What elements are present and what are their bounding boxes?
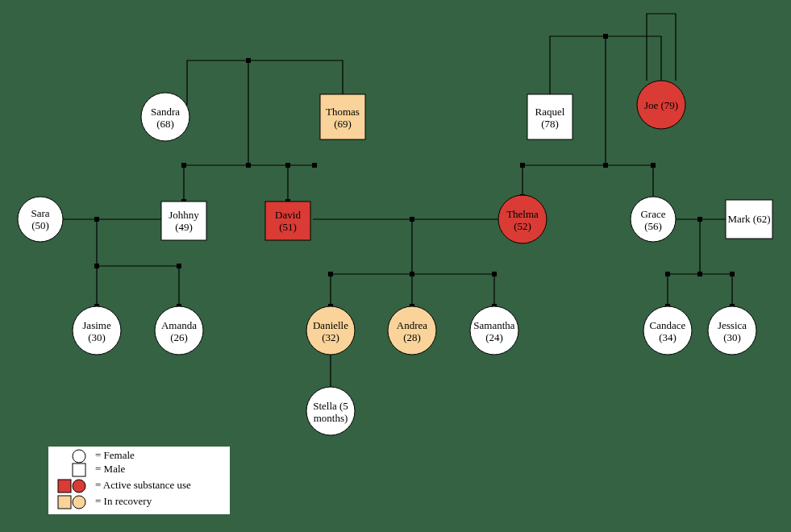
age-david: (51) [279, 221, 297, 233]
label-jessica: Jessica [718, 319, 747, 331]
node-david: David (51) [265, 202, 310, 240]
node-sandra: Sandra (68) [141, 93, 189, 141]
label-stella: Stella (5 [313, 400, 348, 412]
label-sandra: Sandra [151, 106, 180, 118]
label-david: David [275, 209, 301, 221]
svg-point-54 [73, 496, 85, 509]
node-jessica: Jessica (30) [708, 306, 756, 355]
age-johnny: (49) [175, 221, 193, 233]
node-mark: Mark (62) [726, 200, 772, 239]
legend-active: = Active substance use [95, 479, 191, 491]
node-danielle: Danielle (32) [306, 306, 355, 355]
age-candace: (34) [659, 331, 677, 343]
age-samantha: (24) [485, 331, 503, 343]
age-andrea: (28) [403, 331, 421, 343]
age-sandra: (68) [156, 118, 174, 130]
svg-point-49 [73, 450, 85, 463]
label-grace: Grace [640, 208, 665, 220]
age-danielle: (32) [322, 331, 339, 343]
node-sara: Sara (50) [18, 197, 63, 242]
age-sara: (50) [31, 219, 49, 231]
svg-rect-50 [73, 463, 85, 476]
legend: = Female = Male = Active substance use =… [48, 447, 230, 514]
age-raquel: (78) [541, 118, 559, 130]
node-thelma: Thelma (52) [498, 195, 547, 243]
age-jessica: (30) [723, 331, 741, 343]
age-thelma: (52) [514, 220, 531, 232]
label-samantha: Samantha [473, 319, 514, 331]
node-thomas: Thomas (69) [320, 94, 365, 139]
legend-recovery: = In recovery [95, 495, 152, 507]
legend-male: = Male [95, 463, 126, 475]
label-thelma: Thelma [506, 208, 539, 220]
node-jasime: Jasime (30) [73, 306, 121, 355]
node-samantha: Samantha (24) [470, 306, 518, 355]
node-amanda: Amanda (26) [155, 306, 203, 355]
age-thomas: (69) [334, 118, 352, 130]
node-candace: Candace (34) [643, 306, 692, 355]
node-stella: Stella (5 months) [306, 387, 355, 435]
label-mark: Mark (62) [727, 213, 770, 225]
label-danielle: Danielle [313, 319, 348, 331]
age-stella: months) [314, 412, 348, 424]
label-raquel: Raquel [535, 106, 565, 118]
svg-rect-51 [58, 480, 71, 493]
label-andrea: Andrea [397, 319, 427, 331]
node-grace: Grace (56) [631, 197, 676, 242]
label-jasime: Jasime [82, 319, 111, 331]
legend-female: = Female [95, 449, 135, 461]
age-jasime: (30) [88, 331, 106, 343]
age-amanda: (26) [170, 331, 188, 343]
svg-point-52 [73, 480, 85, 493]
label-amanda: Amanda [161, 319, 197, 331]
label-candace: Candace [650, 319, 686, 331]
label-joe: Joe (79) [644, 99, 678, 111]
node-joe: Joe (79) [637, 81, 685, 129]
age-grace: (56) [644, 220, 662, 232]
node-raquel: Raquel (78) [527, 94, 572, 139]
svg-rect-53 [58, 496, 71, 509]
label-johnny: Johhny [169, 209, 199, 221]
node-johnny: Johhny (49) [161, 202, 206, 240]
svg-rect-4 [312, 163, 317, 168]
label-thomas: Thomas [326, 106, 360, 118]
node-andrea: Andrea (28) [388, 306, 436, 355]
label-sara: Sara [31, 207, 49, 219]
